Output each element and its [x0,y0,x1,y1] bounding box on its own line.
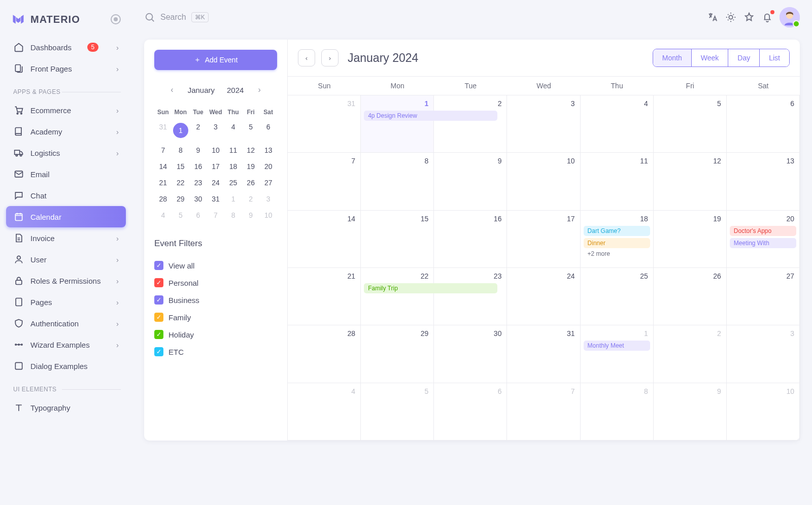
mini-day[interactable]: 18 [224,158,242,175]
calendar-cell[interactable]: 8 [361,153,434,210]
calendar-cell[interactable]: 23 [434,268,507,325]
theme-icon[interactable] [725,11,737,23]
nav-email[interactable]: Email [6,163,126,185]
calendar-event[interactable]: Doctor's Appo [730,226,796,236]
calendar-event[interactable]: 4p Design Review [364,111,497,121]
calendar-cell[interactable]: 15 [361,211,434,268]
calendar-cell[interactable]: 5 [654,95,727,153]
add-event-button[interactable]: ＋ Add Event [154,50,277,70]
calendar-cell[interactable]: 16 [434,211,507,268]
mini-day[interactable]: 29 [172,191,190,207]
mini-day[interactable]: 21 [154,175,172,191]
mini-day[interactable]: 7 [207,207,225,223]
prev-button[interactable]: ‹ [298,49,315,66]
nav-invoice[interactable]: Invoice › [6,227,126,249]
calendar-cell[interactable]: 28 [288,325,361,383]
mini-day[interactable]: 15 [172,158,190,175]
mini-day[interactable]: 10 [259,207,277,223]
calendar-cell[interactable]: 25 [581,268,654,325]
calendar-cell[interactable]: 5 [361,383,434,441]
calendar-cell[interactable]: 9 [434,153,507,210]
nav-academy[interactable]: Academy › [6,121,126,142]
calendar-cell[interactable]: 3 [507,95,580,153]
language-icon[interactable] [706,11,719,23]
collapse-toggle-icon[interactable] [111,14,121,24]
mini-day[interactable]: 13 [259,142,277,158]
calendar-cell[interactable]: 30 [434,325,507,383]
bell-icon[interactable] [761,11,773,23]
mini-day[interactable]: 5 [172,207,190,223]
more-events-link[interactable]: +2 more [584,248,650,259]
mini-day[interactable]: 4 [154,207,172,223]
filter-holiday[interactable]: ✓Holiday [154,326,277,343]
calendar-cell[interactable]: 18Dart Game?Dinner+2 more [581,211,654,268]
nav-dialog[interactable]: Dialog Examples [6,355,126,377]
calendar-cell[interactable]: 7 [507,383,580,441]
mini-day[interactable]: 17 [207,158,225,175]
mini-day[interactable]: 12 [242,142,260,158]
mini-day[interactable]: 4 [224,119,242,142]
view-list[interactable]: List [759,49,789,66]
nav-wizard[interactable]: Wizard Examples › [6,334,126,355]
mini-month[interactable]: January [188,86,215,94]
mini-day[interactable]: 26 [242,175,260,191]
nav-front-pages[interactable]: Front Pages › [6,58,126,79]
search[interactable]: Search ⌘K [144,12,209,23]
mini-day[interactable]: 8 [172,142,190,158]
mini-day[interactable]: 31 [154,119,172,142]
mini-day[interactable]: 19 [242,158,260,175]
calendar-cell[interactable]: 4 [581,95,654,153]
nav-dashboards[interactable]: Dashboards 5 › [6,37,126,58]
calendar-cell[interactable]: 4 [288,383,361,441]
calendar-cell[interactable]: 3 [727,325,800,383]
calendar-cell[interactable]: 26 [654,268,727,325]
mini-day[interactable]: 22 [172,175,190,191]
calendar-event[interactable]: Dinner [584,238,650,248]
mini-day[interactable]: 28 [154,191,172,207]
calendar-cell[interactable]: 10 [507,153,580,210]
filter-etc[interactable]: ✓ETC [154,343,277,360]
mini-day[interactable]: 3 [207,119,225,142]
nav-user[interactable]: User › [6,249,126,270]
calendar-event[interactable]: Meeting With [730,238,796,248]
calendar-event[interactable]: Family Trip [364,283,497,293]
mini-day[interactable]: 24 [207,175,225,191]
nav-chat[interactable]: Chat [6,185,126,206]
mini-day[interactable]: 31 [207,191,225,207]
calendar-cell[interactable]: 12 [654,153,727,210]
mini-day[interactable]: 14 [154,158,172,175]
calendar-cell[interactable]: 27 [727,268,800,325]
filter-business[interactable]: ✓Business [154,291,277,309]
view-week[interactable]: Week [691,49,728,66]
calendar-cell[interactable]: 2 [654,325,727,383]
mini-day[interactable]: 7 [154,142,172,158]
filter-view-all[interactable]: ✓View all [154,257,277,274]
mini-day[interactable]: 3 [259,191,277,207]
calendar-cell[interactable]: 22Family Trip [361,268,434,325]
mini-day[interactable]: 20 [259,158,277,175]
filter-personal[interactable]: ✓Personal [154,274,277,291]
nav-roles[interactable]: Roles & Permissions › [6,270,126,291]
mini-day[interactable]: 2 [189,119,207,142]
calendar-cell[interactable]: 6 [434,383,507,441]
calendar-cell[interactable]: 1Monthly Meet [581,325,654,383]
calendar-event[interactable]: Dart Game? [584,226,650,236]
mini-day[interactable]: 27 [259,175,277,191]
view-day[interactable]: Day [728,49,759,66]
nav-ecommerce[interactable]: Ecommerce › [6,99,126,121]
nav-logistics[interactable]: Logistics › [6,142,126,163]
mini-day[interactable]: 6 [259,119,277,142]
calendar-cell[interactable]: 31 [288,95,361,153]
calendar-cell[interactable]: 6 [727,95,800,153]
calendar-cell[interactable]: 20Doctor's AppoMeeting With [727,211,800,268]
calendar-cell[interactable]: 14 [288,211,361,268]
calendar-cell[interactable]: 7 [288,153,361,210]
mini-day[interactable]: 11 [224,142,242,158]
calendar-cell[interactable]: 11 [581,153,654,210]
nav-typography[interactable]: Typography [6,397,126,418]
mini-day[interactable]: 2 [242,191,260,207]
view-month[interactable]: Month [653,49,691,66]
mini-day[interactable]: 6 [189,207,207,223]
calendar-cell[interactable]: 2 [434,95,507,153]
calendar-cell[interactable]: 8 [581,383,654,441]
